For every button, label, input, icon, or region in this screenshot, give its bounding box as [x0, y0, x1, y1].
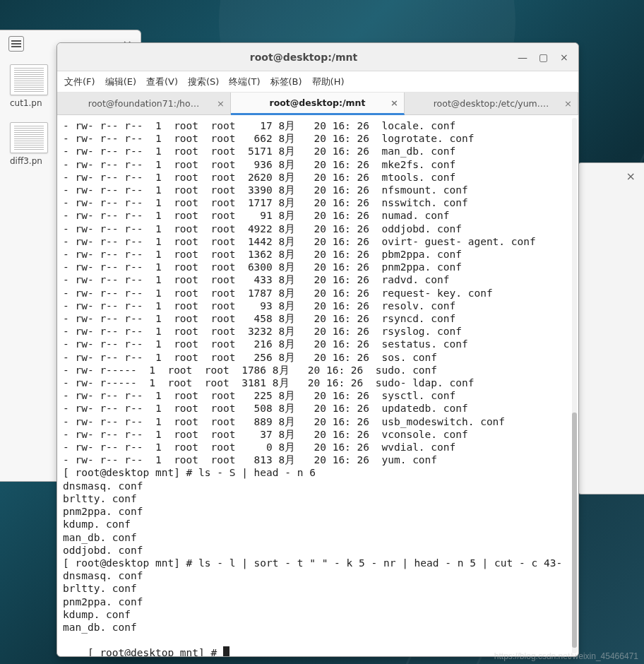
hamburger-icon[interactable]	[8, 36, 24, 52]
terminal-tab[interactable]: root@foundation71:/ho…×	[57, 93, 231, 114]
menu-item[interactable]: 查看(V)	[146, 76, 178, 88]
menu-item[interactable]: 帮助(H)	[312, 76, 345, 88]
menu-item[interactable]: 搜索(S)	[188, 76, 219, 88]
terminal-output: - rw- r-- r-- 1 root root 17 8月 20 16: 2…	[63, 120, 562, 633]
maximize-icon[interactable]: ▢	[539, 53, 547, 61]
window-title: root@desktop:/mnt	[100, 52, 508, 63]
menu-item[interactable]: 标签(B)	[270, 76, 302, 88]
menu-item[interactable]: 编辑(E)	[105, 76, 136, 88]
tab-close-icon[interactable]: ×	[390, 97, 398, 108]
terminal-window: root@desktop:/mnt — ▢ × 文件(F)编辑(E)查看(V)搜…	[56, 42, 579, 657]
menu-item[interactable]: 文件(F)	[64, 76, 95, 88]
scroll-thumb[interactable]	[572, 413, 577, 648]
terminal-prompt: [ root@desktop mnt] #	[88, 647, 223, 656]
image-icon	[10, 122, 48, 153]
background-window-right: ×	[577, 162, 644, 494]
cursor-icon	[223, 646, 229, 656]
close-icon[interactable]: ×	[560, 53, 568, 61]
tab-label: root@foundation71:/ho…	[88, 98, 199, 109]
terminal-titlebar[interactable]: root@desktop:/mnt — ▢ ×	[57, 43, 578, 71]
terminal-tab[interactable]: root@desktop:/mnt×	[231, 93, 405, 115]
image-icon	[10, 64, 48, 95]
tab-label: root@desktop:/mnt	[270, 97, 366, 108]
watermark: https://blog.csdn.net/weixin_45466471	[494, 651, 638, 661]
terminal-tab[interactable]: root@desktop:/etc/yum.…×	[405, 93, 578, 114]
menu-item[interactable]: 终端(T)	[229, 76, 260, 88]
scrollbar[interactable]	[572, 118, 577, 653]
tab-close-icon[interactable]: ×	[217, 98, 225, 109]
tab-label: root@desktop:/etc/yum.…	[434, 98, 549, 109]
terminal-body[interactable]: - rw- r-- r-- 1 root root 17 8月 20 16: 2…	[57, 115, 578, 656]
close-icon[interactable]: ×	[626, 170, 636, 183]
minimize-icon[interactable]: —	[518, 53, 526, 61]
terminal-menubar: 文件(F)编辑(E)查看(V)搜索(S)终端(T)标签(B)帮助(H)	[57, 71, 578, 93]
terminal-tabbar: root@foundation71:/ho…×root@desktop:/mnt…	[57, 93, 578, 115]
tab-close-icon[interactable]: ×	[564, 98, 572, 109]
